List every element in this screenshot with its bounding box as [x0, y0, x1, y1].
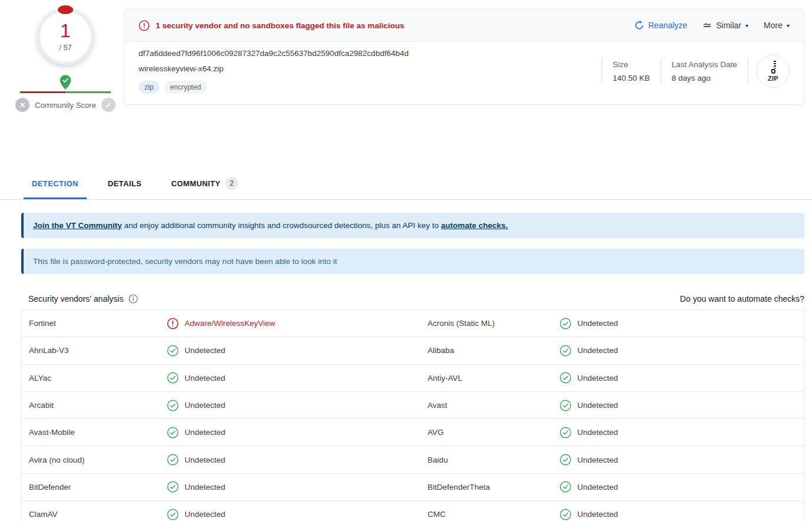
- tag-zip[interactable]: zip: [139, 81, 159, 94]
- detection-score-gauge: 1 / 57: [37, 8, 94, 65]
- vendor-name: Arcabit: [22, 401, 167, 410]
- community-upvote-icon[interactable]: ✓: [101, 98, 116, 112]
- chevron-down-icon: ▾: [745, 22, 748, 29]
- undetected-check-icon: [167, 400, 179, 411]
- more-button[interactable]: More ▾: [764, 21, 790, 30]
- detection-score-widget: 1 / 57 ✕: [15, 5, 116, 112]
- table-row: Arcabit Undetected Avast Undetected: [22, 392, 804, 419]
- vendor-name: AVG: [420, 428, 560, 437]
- vendor-name: ClamAV: [22, 510, 167, 519]
- table-row: ClamAV Undetected CMC Undetected: [22, 501, 804, 521]
- vendor-result: Undetected: [167, 345, 420, 357]
- vendor-result: Undetected: [560, 454, 804, 466]
- vendor-result: Undetected: [560, 318, 804, 329]
- vendor-name: Alibaba: [420, 346, 560, 355]
- vendor-name: Avast-Mobile: [22, 428, 167, 437]
- undetected-check-icon: [560, 345, 571, 357]
- vendor-name: Antiy-AVL: [420, 374, 560, 382]
- table-row: Avast-Mobile Undetected AVG Undetected: [22, 419, 804, 446]
- join-community-banner: Join the VT Community and enjoy addition…: [21, 213, 804, 238]
- undetected-check-icon: [167, 481, 179, 493]
- vendor-name: ALYac: [22, 374, 167, 382]
- vendor-result: Undetected: [560, 372, 804, 384]
- community-downvote-icon[interactable]: ✕: [15, 98, 29, 112]
- file-summary-card: 1 security vendor and no sandboxes flagg…: [124, 9, 804, 105]
- vendor-result: Adware/WirelessKeyView: [167, 318, 420, 329]
- vendor-name: Baidu: [420, 456, 560, 464]
- join-vt-community-link[interactable]: Join the VT Community: [33, 221, 122, 230]
- similar-button[interactable]: ≃ Similar ▾: [702, 21, 748, 30]
- undetected-check-icon: [560, 427, 571, 438]
- alert-message: 1 security vendor and no sandboxes flagg…: [156, 21, 405, 30]
- undetected-check-icon: [560, 372, 571, 384]
- undetected-check-icon: [167, 345, 179, 357]
- undetected-check-icon: [560, 481, 571, 493]
- last-analysis-value: 8 days ago: [672, 74, 737, 83]
- detections-count: 1: [60, 21, 71, 40]
- reanalyze-button[interactable]: Reanalyze: [635, 21, 687, 30]
- vendor-result: Undetected: [167, 509, 420, 520]
- tab-details[interactable]: DETAILS: [100, 169, 150, 199]
- reanalyze-icon: [635, 21, 644, 30]
- vendor-name: CMC: [420, 510, 560, 519]
- undetected-check-icon: [167, 427, 179, 438]
- community-count-badge: 2: [225, 177, 238, 190]
- undetected-check-icon: [560, 400, 571, 411]
- vendor-result: Undetected: [167, 427, 420, 438]
- vendor-result: Undetected: [167, 454, 420, 466]
- table-row: BitDefender Undetected BitDefenderTheta …: [22, 474, 804, 501]
- vendor-result: Undetected: [167, 372, 420, 384]
- vendor-name: Avast: [420, 401, 560, 410]
- table-row: ALYac Undetected Antiy-AVL Undetected: [22, 365, 804, 392]
- community-score: ✕ Community Score ✓: [15, 74, 116, 112]
- automate-checks-prompt[interactable]: Do you want to automate checks?: [680, 294, 804, 304]
- chevron-down-icon: ▾: [787, 22, 790, 29]
- file-type-zip-icon: ZIP: [757, 55, 790, 88]
- undetected-check-icon: [560, 318, 571, 329]
- vendor-name: BitDefender: [22, 483, 167, 492]
- report-tabs: DETECTION DETAILS COMMUNITY 2: [0, 169, 812, 200]
- file-name[interactable]: wirelesskeyview-x64.zip: [139, 64, 601, 73]
- vendor-result: Undetected: [560, 427, 804, 438]
- undetected-check-icon: [560, 509, 571, 520]
- vendor-name: BitDefenderTheta: [420, 483, 560, 492]
- vendor-name: Avira (no cloud): [22, 456, 167, 464]
- analysis-title: Security vendors' analysis: [28, 294, 123, 304]
- tab-detection[interactable]: DETECTION: [24, 169, 87, 199]
- vendors-table: Fortinet Adware/WirelessKeyView Acronis …: [21, 309, 804, 521]
- file-meta: Size 140.50 KB Last Analysis Date 8 days…: [601, 55, 790, 88]
- gauge-detection-dot: [58, 5, 73, 14]
- vendor-result: Undetected: [560, 400, 804, 411]
- community-score-label: Community Score: [35, 101, 96, 110]
- malicious-alert-icon: [167, 318, 179, 329]
- vendor-result: Undetected: [560, 481, 804, 493]
- vendor-result: Undetected: [167, 481, 420, 493]
- alert-exclamation-icon: [139, 20, 150, 31]
- table-row: Avira (no cloud) Undetected Baidu Undete…: [22, 446, 804, 473]
- info-icon[interactable]: [129, 294, 138, 304]
- vendor-result: Undetected: [560, 345, 804, 357]
- automate-checks-link[interactable]: automate checks.: [441, 221, 508, 230]
- undetected-check-icon: [167, 509, 179, 520]
- file-sha256[interactable]: df7a6ddeed7fd96f1006c09287327da9c2c55637…: [139, 49, 601, 58]
- vendor-name: Fortinet: [22, 319, 167, 328]
- undetected-check-icon: [167, 372, 179, 384]
- tag-encrypted[interactable]: encrypted: [164, 81, 207, 94]
- vendor-result: Undetected: [560, 509, 804, 520]
- vendor-name: Acronis (Static ML): [420, 319, 560, 328]
- undetected-check-icon: [167, 454, 179, 466]
- file-size-label: Size: [613, 60, 650, 69]
- virustotal-file-report: 1 / 57 ✕: [0, 0, 812, 521]
- vendor-result: Undetected: [167, 400, 420, 411]
- file-tags: zip encrypted: [139, 81, 601, 94]
- report-header: 1 / 57 ✕: [0, 0, 812, 136]
- tab-community[interactable]: COMMUNITY 2: [163, 169, 246, 199]
- table-row: Fortinet Adware/WirelessKeyView Acronis …: [22, 310, 804, 337]
- table-row: AhnLab-V3 Undetected Alibaba Undetected: [22, 337, 804, 364]
- analysis-header: Security vendors' analysis Do you want t…: [28, 288, 804, 309]
- password-protected-banner: This file is password-protected, securit…: [21, 249, 804, 274]
- community-score-bar: [20, 91, 111, 93]
- similar-icon: ≃: [702, 22, 712, 28]
- vendor-name: AhnLab-V3: [22, 346, 167, 355]
- file-size-value: 140.50 KB: [613, 74, 650, 83]
